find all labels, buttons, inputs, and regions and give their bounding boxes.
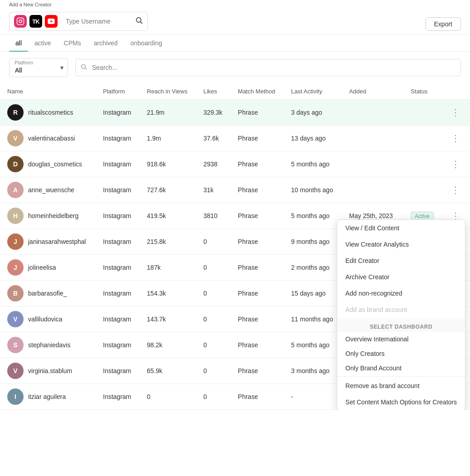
creator-name: itziar aguilera <box>28 393 66 400</box>
cell-status <box>403 151 442 177</box>
name-cell: R ritualscosmetics <box>0 100 96 126</box>
submenu-only-creators[interactable]: Only Creators <box>337 346 465 361</box>
svg-point-5 <box>82 64 86 68</box>
creator-name: virginia.stablum <box>28 367 72 374</box>
creator-name: stephaniedavis <box>28 341 70 349</box>
cell-platform: Instagram <box>96 126 140 151</box>
platform-icons-group: TK <box>9 12 148 31</box>
submenu-overview-international[interactable]: Overview International <box>337 332 465 346</box>
menu-set-content-match[interactable]: Set Content Match Options for Creators <box>337 394 465 410</box>
menu-view-analytics[interactable]: View Creator Analytics <box>337 236 465 253</box>
avatar: V <box>7 311 24 327</box>
top-bar: Add a New Creator TK Export <box>0 0 470 35</box>
cell-more: ⋮ <box>442 177 470 203</box>
creator-name: barbarasofie_ <box>28 290 67 297</box>
tab-cpms[interactable]: CPMs <box>58 35 87 51</box>
cell-reach: 187k <box>140 255 196 281</box>
cell-activity: 9 months ago <box>284 229 342 255</box>
menu-remove-brand-account[interactable]: Remove as brand account <box>337 378 465 394</box>
tab-archived[interactable]: archived <box>87 35 124 51</box>
cell-platform: Instagram <box>96 281 140 306</box>
cell-likes: 2938 <box>196 151 231 177</box>
cell-reach: 419.5k <box>140 203 196 229</box>
avatar: B <box>7 285 24 301</box>
export-button[interactable]: Export <box>426 17 461 31</box>
name-cell: S stephaniedavis <box>0 332 96 358</box>
cell-likes: 31k <box>196 177 231 203</box>
cell-method: Phrase <box>231 126 284 151</box>
col-activity: Last Activity <box>284 83 342 100</box>
cell-reach: 65.9k <box>140 358 196 384</box>
cell-platform: Instagram <box>96 203 140 229</box>
cell-added <box>342 151 403 177</box>
cell-method: Phrase <box>231 100 284 126</box>
username-search-button[interactable] <box>136 17 143 26</box>
table-row: V valentinacabassi Instagram1.9m37.6kPhr… <box>0 126 470 151</box>
cell-status <box>403 126 442 151</box>
avatar: H <box>7 208 24 224</box>
instagram-icon[interactable] <box>14 15 27 28</box>
name-cell: V valentinacabassi <box>0 126 96 151</box>
svg-line-4 <box>141 22 142 24</box>
add-creator-label: Add a New Creator <box>9 2 52 7</box>
col-status: Status <box>403 83 442 100</box>
table-row: A anne_wuensche Instagram727.6k31kPhrase… <box>0 177 470 203</box>
menu-divider-2 <box>337 376 465 377</box>
cell-added <box>342 126 403 151</box>
name-cell: V valliludovica <box>0 306 96 332</box>
col-name: Name <box>0 83 96 100</box>
more-button[interactable]: ⋮ <box>449 106 462 119</box>
cell-status <box>403 177 442 203</box>
menu-add-brand-account: Add as brand account <box>337 301 465 318</box>
name-cell: A anne_wuensche <box>0 177 96 203</box>
more-button[interactable]: ⋮ <box>449 132 462 145</box>
search-input[interactable] <box>75 59 461 76</box>
avatar: V <box>7 130 24 146</box>
cell-reach: 1.9m <box>140 126 196 151</box>
cell-method: Phrase <box>231 203 284 229</box>
search-filter-wrap <box>75 59 461 76</box>
cell-likes: 37.6k <box>196 126 231 151</box>
cell-platform: Instagram <box>96 332 140 358</box>
menu-edit-creator[interactable]: Edit Creator <box>337 253 465 269</box>
avatar: A <box>7 182 24 198</box>
tiktok-icon[interactable]: TK <box>29 15 42 28</box>
cell-likes: 0 <box>196 281 231 306</box>
col-likes: Likes <box>196 83 231 100</box>
svg-rect-0 <box>17 18 24 25</box>
cell-status <box>403 100 442 126</box>
cell-activity: 15 days ago <box>284 281 342 306</box>
cell-activity: 11 months ago <box>284 306 342 332</box>
menu-view-edit-content[interactable]: View / Edit Content <box>337 220 465 236</box>
cell-reach: 727.6k <box>140 177 196 203</box>
cell-reach: 143.7k <box>140 306 196 332</box>
tab-active[interactable]: active <box>28 35 58 51</box>
cell-method: Phrase <box>231 229 284 255</box>
cell-activity: 2 months ago <box>284 255 342 281</box>
username-input[interactable] <box>60 15 133 28</box>
cell-platform: Instagram <box>96 255 140 281</box>
submenu-only-brand-account[interactable]: Only Brand Account <box>337 361 465 375</box>
tab-onboarding[interactable]: onboarding <box>124 35 169 51</box>
cell-platform: Instagram <box>96 358 140 384</box>
youtube-icon[interactable] <box>45 15 58 28</box>
creator-name: douglas_cosmetics <box>28 160 82 168</box>
cell-platform: Instagram <box>96 100 140 126</box>
name-cell: J jolineelisa <box>0 255 96 281</box>
avatar: R <box>7 104 24 121</box>
cell-method: Phrase <box>231 255 284 281</box>
cell-platform: Instagram <box>96 177 140 203</box>
more-button[interactable]: ⋮ <box>449 184 462 196</box>
cell-activity: 5 months ago <box>284 203 342 229</box>
name-cell: V virginia.stablum <box>0 358 96 384</box>
cell-reach: 918.6k <box>140 151 196 177</box>
tab-all[interactable]: all <box>9 35 28 51</box>
cell-activity: 3 months ago <box>284 358 342 384</box>
creator-name: homeinheidelberg <box>28 212 78 219</box>
menu-add-non-recognized[interactable]: Add non-recognized <box>337 285 465 301</box>
col-platform: Platform <box>96 83 140 100</box>
cell-likes: 0 <box>196 332 231 358</box>
menu-divider-1 <box>337 319 465 319</box>
menu-archive-creator[interactable]: Archive Creator <box>337 269 465 285</box>
more-button[interactable]: ⋮ <box>449 158 462 170</box>
